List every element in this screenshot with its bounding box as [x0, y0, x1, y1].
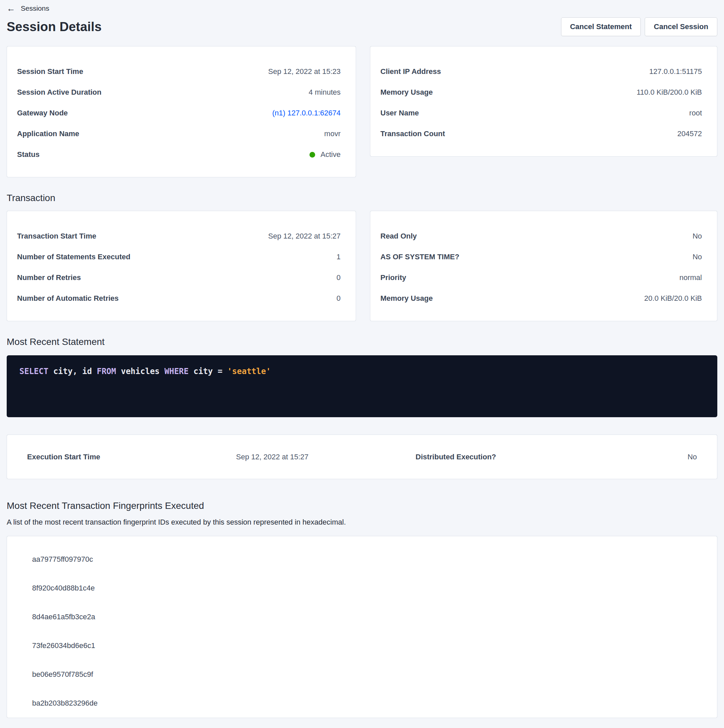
execution-card: Execution Start Time Sep 12, 2022 at 15:…	[7, 434, 717, 479]
detail-label: User Name	[380, 109, 419, 118]
detail-label: Session Start Time	[17, 67, 83, 76]
detail-label: Read Only	[380, 232, 417, 240]
sql-text: vehicles	[116, 367, 165, 376]
page-title: Session Details	[7, 20, 102, 34]
detail-label: Priority	[380, 273, 406, 282]
sql-statement: SELECT city, id FROM vehicles WHERE city…	[19, 367, 705, 376]
detail-label: Status	[17, 150, 40, 159]
detail-value: 204572	[678, 130, 702, 138]
page-header: Session Details Cancel Statement Cancel …	[7, 17, 717, 36]
detail-value: root	[689, 109, 702, 118]
status-active-dot-icon	[309, 152, 315, 158]
detail-value: No	[693, 252, 702, 261]
detail-row: Read Only No	[380, 226, 702, 246]
fingerprint-item: aa79775ff097970c	[7, 545, 717, 574]
sql-keyword: SELECT	[19, 367, 49, 376]
detail-label: Transaction Start Time	[17, 232, 96, 240]
detail-value: No	[687, 453, 697, 461]
detail-label: Client IP Address	[380, 67, 441, 76]
detail-value: 20.0 KiB/20.0 KiB	[644, 294, 702, 303]
sql-text: city, id	[49, 367, 97, 376]
detail-value: No	[693, 232, 702, 240]
fingerprint-item: 8f920c40d88b1c4e	[7, 574, 717, 603]
detail-value: Sep 12, 2022 at 15:23	[268, 67, 341, 76]
fingerprint-item: ba2b203b823296de	[7, 689, 717, 717]
detail-label: Number of Retries	[17, 273, 81, 282]
detail-label: Distributed Execution?	[416, 453, 496, 461]
transaction-cards: Transaction Start Time Sep 12, 2022 at 1…	[7, 211, 717, 321]
cancel-session-button[interactable]: Cancel Session	[645, 17, 717, 36]
detail-row: Number of Automatic Retries 0	[17, 288, 341, 309]
detail-value: 0	[337, 273, 341, 282]
detail-value: 1	[337, 252, 341, 261]
sql-string: 'seattle'	[227, 367, 271, 376]
detail-row-status: Status Active	[17, 144, 341, 165]
transaction-card-right: Read Only No AS OF SYSTEM TIME? No Prior…	[370, 211, 717, 321]
detail-row: Number of Retries 0	[17, 267, 341, 288]
detail-row: Client IP Address 127.0.0.1:51175	[380, 61, 702, 82]
detail-row: Gateway Node (n1) 127.0.0.1:62674	[17, 103, 341, 124]
section-title-transaction: Transaction	[7, 193, 717, 203]
detail-row: Transaction Count 204572	[380, 124, 702, 144]
breadcrumb-label: Sessions	[21, 5, 49, 12]
section-title-fingerprints: Most Recent Transaction Fingerprints Exe…	[7, 500, 717, 511]
session-card-left: Session Start Time Sep 12, 2022 at 15:23…	[7, 46, 356, 177]
detail-label: AS OF SYSTEM TIME?	[380, 252, 459, 261]
detail-row: Priority normal	[380, 267, 702, 288]
detail-row: Memory Usage 20.0 KiB/20.0 KiB	[380, 288, 702, 309]
distributed-execution-row: Distributed Execution? No	[416, 453, 697, 461]
detail-label: Application Name	[17, 130, 79, 138]
detail-row: Memory Usage 110.0 KiB/200.0 KiB	[380, 82, 702, 103]
back-arrow-icon: ←	[7, 4, 15, 13]
detail-row: Session Start Time Sep 12, 2022 at 15:23	[17, 61, 341, 82]
status-text: Active	[320, 150, 341, 159]
detail-label: Number of Statements Executed	[17, 252, 130, 261]
detail-row: Number of Statements Executed 1	[17, 246, 341, 267]
detail-label: Transaction Count	[380, 130, 445, 138]
detail-value: 110.0 KiB/200.0 KiB	[637, 88, 702, 97]
detail-value: Sep 12, 2022 at 15:27	[236, 453, 308, 461]
cancel-statement-button[interactable]: Cancel Statement	[561, 17, 641, 36]
detail-row: Application Name movr	[17, 124, 341, 144]
detail-row: Transaction Start Time Sep 12, 2022 at 1…	[17, 226, 341, 246]
detail-label: Number of Automatic Retries	[17, 294, 119, 303]
detail-label: Memory Usage	[380, 294, 433, 303]
detail-row: AS OF SYSTEM TIME? No	[380, 246, 702, 267]
gateway-node-link[interactable]: (n1) 127.0.0.1:62674	[272, 109, 341, 118]
session-summary-cards: Session Start Time Sep 12, 2022 at 15:23…	[7, 46, 717, 177]
detail-row: Session Active Duration 4 minutes	[17, 82, 341, 103]
detail-label: Session Active Duration	[17, 88, 101, 97]
detail-label: Gateway Node	[17, 109, 68, 118]
detail-label: Memory Usage	[380, 88, 433, 97]
detail-value: 127.0.0.1:51175	[649, 67, 702, 76]
fingerprint-item: be06e9570f785c9f	[7, 660, 717, 689]
detail-label: Execution Start Time	[27, 453, 100, 461]
execution-start-time-row: Execution Start Time Sep 12, 2022 at 15:…	[27, 453, 308, 461]
detail-value: normal	[680, 273, 702, 282]
sql-text: city =	[189, 367, 228, 376]
transaction-card-left: Transaction Start Time Sep 12, 2022 at 1…	[7, 211, 356, 321]
detail-value: Sep 12, 2022 at 15:27	[268, 232, 341, 240]
status-value: Active	[309, 150, 341, 159]
detail-row: User Name root	[380, 103, 702, 124]
section-title-most-recent-statement: Most Recent Statement	[7, 336, 717, 347]
detail-value: 4 minutes	[309, 88, 341, 97]
detail-value: movr	[324, 130, 341, 138]
sql-statement-box: SELECT city, id FROM vehicles WHERE city…	[7, 355, 717, 417]
detail-value: 0	[337, 294, 341, 303]
fingerprints-description: A list of the most recent transaction fi…	[7, 518, 717, 527]
header-buttons: Cancel Statement Cancel Session	[561, 17, 717, 36]
sql-keyword: FROM	[97, 367, 116, 376]
breadcrumb-back-sessions[interactable]: ← Sessions	[7, 0, 49, 13]
fingerprint-item: 8d4ae61a5fb3ce2a	[7, 603, 717, 631]
fingerprint-item: 73fe26034bd6e6c1	[7, 631, 717, 660]
sql-keyword: WHERE	[165, 367, 189, 376]
session-card-right: Client IP Address 127.0.0.1:51175 Memory…	[370, 46, 717, 157]
fingerprints-card: aa79775ff097970c 8f920c40d88b1c4e 8d4ae6…	[7, 536, 717, 718]
